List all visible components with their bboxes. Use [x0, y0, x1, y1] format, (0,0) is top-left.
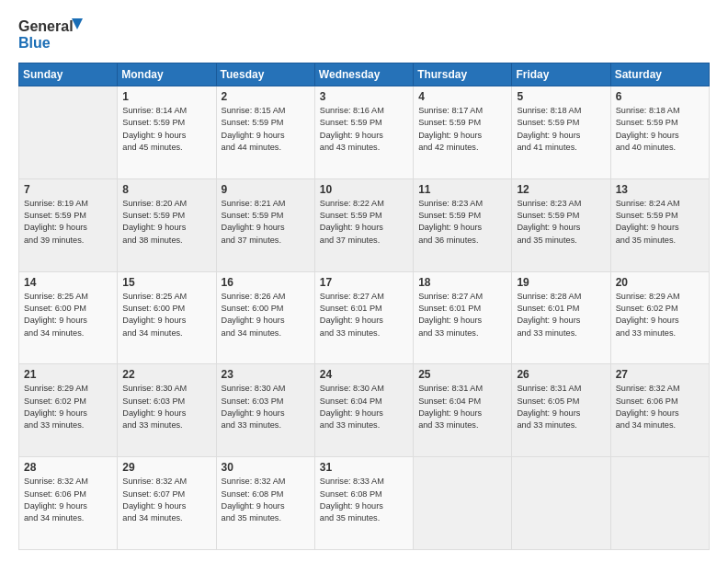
calendar-cell: 21Sunrise: 8:29 AM Sunset: 6:02 PM Dayli…	[19, 364, 118, 457]
day-info: Sunrise: 8:15 AM Sunset: 5:59 PM Dayligh…	[222, 105, 310, 154]
day-header-friday: Friday	[512, 63, 610, 86]
calendar-cell: 14Sunrise: 8:25 AM Sunset: 6:00 PM Dayli…	[19, 271, 118, 364]
calendar-cell: 22Sunrise: 8:30 AM Sunset: 6:03 PM Dayli…	[118, 364, 216, 457]
day-number: 27	[616, 368, 704, 381]
day-number: 26	[517, 368, 605, 381]
calendar-week-2: 7Sunrise: 8:19 AM Sunset: 5:59 PM Daylig…	[19, 178, 710, 271]
calendar-cell: 17Sunrise: 8:27 AM Sunset: 6:01 PM Dayli…	[314, 271, 413, 364]
day-info: Sunrise: 8:20 AM Sunset: 5:59 PM Dayligh…	[122, 198, 210, 247]
day-info: Sunrise: 8:31 AM Sunset: 6:04 PM Dayligh…	[418, 383, 506, 431]
calendar-cell: 29Sunrise: 8:32 AM Sunset: 6:07 PM Dayli…	[118, 457, 216, 550]
calendar-cell: 4Sunrise: 8:17 AM Sunset: 5:59 PM Daylig…	[414, 86, 512, 179]
day-number: 19	[517, 276, 605, 289]
day-info: Sunrise: 8:24 AM Sunset: 5:59 PM Dayligh…	[616, 198, 704, 247]
day-header-monday: Monday	[118, 63, 216, 86]
calendar-cell: 11Sunrise: 8:23 AM Sunset: 5:59 PM Dayli…	[414, 178, 512, 271]
day-info: Sunrise: 8:25 AM Sunset: 6:00 PM Dayligh…	[24, 291, 112, 339]
calendar-week-3: 14Sunrise: 8:25 AM Sunset: 6:00 PM Dayli…	[19, 271, 710, 364]
day-info: Sunrise: 8:32 AM Sunset: 6:07 PM Dayligh…	[122, 476, 210, 524]
calendar-cell: 27Sunrise: 8:32 AM Sunset: 6:06 PM Dayli…	[610, 364, 709, 457]
day-header-wednesday: Wednesday	[314, 63, 413, 86]
day-number: 16	[222, 276, 310, 289]
day-number: 12	[517, 183, 605, 196]
day-number: 17	[320, 276, 408, 289]
day-header-sunday: Sunday	[19, 63, 118, 86]
day-info: Sunrise: 8:19 AM Sunset: 5:59 PM Dayligh…	[24, 198, 112, 247]
day-number: 8	[122, 183, 210, 196]
day-number: 21	[24, 368, 112, 381]
day-number: 22	[122, 368, 210, 381]
day-info: Sunrise: 8:23 AM Sunset: 5:59 PM Dayligh…	[517, 198, 605, 247]
day-info: Sunrise: 8:29 AM Sunset: 6:02 PM Dayligh…	[616, 291, 704, 339]
day-number: 23	[222, 368, 310, 381]
calendar-cell: 5Sunrise: 8:18 AM Sunset: 5:59 PM Daylig…	[512, 86, 610, 179]
day-number: 5	[517, 90, 605, 103]
day-number: 9	[222, 183, 310, 196]
day-info: Sunrise: 8:27 AM Sunset: 6:01 PM Dayligh…	[418, 291, 506, 339]
svg-marker-2	[72, 18, 83, 29]
day-number: 2	[222, 90, 310, 103]
calendar-cell: 13Sunrise: 8:24 AM Sunset: 5:59 PM Dayli…	[610, 178, 709, 271]
day-info: Sunrise: 8:33 AM Sunset: 6:08 PM Dayligh…	[320, 476, 408, 524]
day-number: 31	[320, 461, 408, 474]
calendar-header-row: SundayMondayTuesdayWednesdayThursdayFrid…	[19, 63, 710, 86]
svg-text:Blue: Blue	[18, 35, 51, 51]
day-info: Sunrise: 8:21 AM Sunset: 5:59 PM Dayligh…	[222, 198, 310, 247]
day-info: Sunrise: 8:18 AM Sunset: 5:59 PM Dayligh…	[517, 105, 605, 154]
calendar-cell: 23Sunrise: 8:30 AM Sunset: 6:03 PM Dayli…	[216, 364, 314, 457]
day-number: 28	[24, 461, 112, 474]
day-info: Sunrise: 8:32 AM Sunset: 6:06 PM Dayligh…	[616, 383, 704, 431]
page: GeneralBlue SundayMondayTuesdayWednesday…	[0, 0, 728, 563]
calendar-cell	[414, 457, 512, 550]
calendar-cell: 7Sunrise: 8:19 AM Sunset: 5:59 PM Daylig…	[19, 178, 118, 271]
calendar-cell: 18Sunrise: 8:27 AM Sunset: 6:01 PM Dayli…	[414, 271, 512, 364]
day-info: Sunrise: 8:14 AM Sunset: 5:59 PM Dayligh…	[122, 105, 210, 154]
day-number: 18	[418, 276, 506, 289]
calendar-week-5: 28Sunrise: 8:32 AM Sunset: 6:06 PM Dayli…	[19, 457, 710, 550]
calendar-cell: 10Sunrise: 8:22 AM Sunset: 5:59 PM Dayli…	[314, 178, 413, 271]
day-number: 14	[24, 276, 112, 289]
day-number: 29	[122, 461, 210, 474]
calendar-cell	[512, 457, 610, 550]
calendar-cell: 15Sunrise: 8:25 AM Sunset: 6:00 PM Dayli…	[118, 271, 216, 364]
day-info: Sunrise: 8:25 AM Sunset: 6:00 PM Dayligh…	[122, 291, 210, 339]
calendar-cell: 20Sunrise: 8:29 AM Sunset: 6:02 PM Dayli…	[610, 271, 709, 364]
day-info: Sunrise: 8:16 AM Sunset: 5:59 PM Dayligh…	[320, 105, 408, 154]
calendar-cell: 12Sunrise: 8:23 AM Sunset: 5:59 PM Dayli…	[512, 178, 610, 271]
calendar-cell: 26Sunrise: 8:31 AM Sunset: 6:05 PM Dayli…	[512, 364, 610, 457]
day-info: Sunrise: 8:30 AM Sunset: 6:04 PM Dayligh…	[320, 383, 408, 431]
day-info: Sunrise: 8:32 AM Sunset: 6:08 PM Dayligh…	[222, 476, 310, 524]
calendar-week-4: 21Sunrise: 8:29 AM Sunset: 6:02 PM Dayli…	[19, 364, 710, 457]
calendar-cell: 28Sunrise: 8:32 AM Sunset: 6:06 PM Dayli…	[19, 457, 118, 550]
calendar-cell: 3Sunrise: 8:16 AM Sunset: 5:59 PM Daylig…	[314, 86, 413, 179]
svg-text:General: General	[18, 18, 74, 34]
day-number: 13	[616, 183, 704, 196]
calendar-cell: 9Sunrise: 8:21 AM Sunset: 5:59 PM Daylig…	[216, 178, 314, 271]
day-info: Sunrise: 8:29 AM Sunset: 6:02 PM Dayligh…	[24, 383, 112, 431]
day-info: Sunrise: 8:31 AM Sunset: 6:05 PM Dayligh…	[517, 383, 605, 431]
calendar-cell: 30Sunrise: 8:32 AM Sunset: 6:08 PM Dayli…	[216, 457, 314, 550]
day-header-tuesday: Tuesday	[216, 63, 314, 86]
day-number: 24	[320, 368, 408, 381]
day-number: 7	[24, 183, 112, 196]
day-info: Sunrise: 8:26 AM Sunset: 6:00 PM Dayligh…	[222, 291, 310, 339]
logo: GeneralBlue	[18, 17, 83, 52]
calendar-table: SundayMondayTuesdayWednesdayThursdayFrid…	[18, 63, 710, 550]
logo-svg: GeneralBlue	[18, 17, 83, 52]
day-header-thursday: Thursday	[414, 63, 512, 86]
day-info: Sunrise: 8:32 AM Sunset: 6:06 PM Dayligh…	[24, 476, 112, 524]
calendar-cell: 6Sunrise: 8:18 AM Sunset: 5:59 PM Daylig…	[610, 86, 709, 179]
day-number: 3	[320, 90, 408, 103]
day-number: 20	[616, 276, 704, 289]
calendar-cell: 31Sunrise: 8:33 AM Sunset: 6:08 PM Dayli…	[314, 457, 413, 550]
day-number: 11	[418, 183, 506, 196]
calendar-cell: 19Sunrise: 8:28 AM Sunset: 6:01 PM Dayli…	[512, 271, 610, 364]
day-info: Sunrise: 8:27 AM Sunset: 6:01 PM Dayligh…	[320, 291, 408, 339]
day-info: Sunrise: 8:30 AM Sunset: 6:03 PM Dayligh…	[222, 383, 310, 431]
calendar-cell: 16Sunrise: 8:26 AM Sunset: 6:00 PM Dayli…	[216, 271, 314, 364]
day-info: Sunrise: 8:28 AM Sunset: 6:01 PM Dayligh…	[517, 291, 605, 339]
day-number: 4	[418, 90, 506, 103]
calendar-cell: 24Sunrise: 8:30 AM Sunset: 6:04 PM Dayli…	[314, 364, 413, 457]
day-info: Sunrise: 8:30 AM Sunset: 6:03 PM Dayligh…	[122, 383, 210, 431]
day-number: 6	[616, 90, 704, 103]
